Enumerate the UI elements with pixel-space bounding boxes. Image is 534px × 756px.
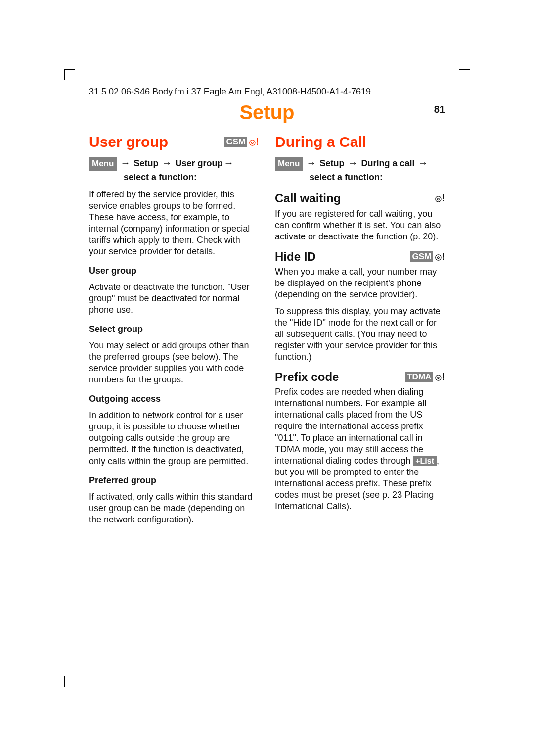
arrow-icon: → <box>306 157 316 168</box>
tdma-badge-text: TDMA <box>405 372 433 382</box>
arrow-icon: → <box>162 157 172 168</box>
page-title: Setup <box>89 101 445 124</box>
antenna-icon <box>435 372 441 382</box>
p-prefix-a: Prefix codes are needed when dialing int… <box>275 387 426 465</box>
p-prefix-code: Prefix codes are needed when dialing int… <box>275 386 445 512</box>
section-during-call: During a Call <box>275 133 445 151</box>
plus-list-button[interactable]: +List <box>413 456 437 466</box>
h-select-group: Select group <box>89 324 259 335</box>
arrow-icon: → <box>120 157 130 168</box>
p-preferred: If activated, only calls within this sta… <box>89 491 259 525</box>
antenna-icon <box>435 193 441 203</box>
gsm-badge: GSM ! <box>224 136 259 148</box>
right-column: During a Call Menu → Setup → During a ca… <box>275 133 445 525</box>
gsm-badge-text: GSM <box>224 137 248 147</box>
section-during-call-title: During a Call <box>275 133 366 151</box>
nav-select: select a function: <box>310 171 445 184</box>
nav-setup: Setup <box>319 158 344 168</box>
nav-path-user-group: Menu → Setup → User group→ select a func… <box>89 155 259 184</box>
left-column: User group GSM ! Menu → Setup → User gro… <box>89 133 259 525</box>
page-content: Setup User group GSM ! Menu → Setup → Us… <box>89 101 445 525</box>
menu-button[interactable]: Menu <box>89 157 117 171</box>
h-preferred: Preferred group <box>89 475 259 486</box>
nav-select: select a function: <box>124 171 259 184</box>
p-intro: If offered by the service provider, this… <box>89 189 259 257</box>
p-outgoing: In addition to network control for a use… <box>89 410 259 467</box>
h-call-waiting: Call waiting ! <box>275 191 445 206</box>
p-hide-id-1: When you make a call, your number may be… <box>275 266 445 300</box>
h-hide-id-text: Hide ID <box>275 249 316 265</box>
exclaim-icon: ! <box>442 192 445 205</box>
nav-user-group: User group <box>175 158 222 168</box>
page-number: 81 <box>434 104 445 115</box>
crop-corner-br <box>459 676 470 687</box>
exclaim-icon: ! <box>442 371 445 383</box>
arrow-icon: → <box>418 157 428 168</box>
antenna-icon <box>249 137 255 147</box>
crop-corner-bl <box>64 676 75 687</box>
antenna-icon <box>435 252 441 262</box>
h-call-waiting-text: Call waiting <box>275 191 341 206</box>
tdma-badge: TDMA ! <box>405 371 445 383</box>
nav-path-during-call: Menu → Setup → During a call → select a … <box>275 155 445 184</box>
crop-corner-tr <box>459 69 470 80</box>
arrow-icon: → <box>223 157 233 168</box>
exclaim-icon: ! <box>442 250 445 263</box>
nav-setup: Setup <box>134 158 158 168</box>
h-user-group: User group <box>89 265 259 277</box>
p-select-group: You may select or add groups other than … <box>89 340 259 385</box>
section-user-group-title: User group <box>89 133 168 151</box>
h-outgoing: Outgoing access <box>89 393 259 405</box>
gsm-badge-text: GSM <box>410 251 434 262</box>
gsm-badge: GSM ! <box>410 250 445 263</box>
nav-during: During a call <box>361 158 414 168</box>
h-hide-id: Hide ID GSM ! <box>275 249 445 265</box>
exclaim-icon: ! <box>256 136 259 148</box>
h-prefix-code-text: Prefix code <box>275 370 339 385</box>
p-user-group: Activate or deactivate the function. "Us… <box>89 282 259 316</box>
print-header: 31.5.02 06-S46 Body.fm i 37 Eagle Am Eng… <box>89 87 445 97</box>
two-columns: User group GSM ! Menu → Setup → User gro… <box>89 133 445 525</box>
section-user-group: User group GSM ! <box>89 133 259 151</box>
crop-corner-tl <box>64 69 75 80</box>
p-hide-id-2: To suppress this display, you may activa… <box>275 306 445 363</box>
h-prefix-code: Prefix code TDMA ! <box>275 370 445 385</box>
p-call-waiting: If you are registered for call waiting, … <box>275 208 445 242</box>
title-row: Setup <box>89 101 445 124</box>
network-badge: ! <box>435 192 445 205</box>
arrow-icon: → <box>348 157 357 168</box>
menu-button[interactable]: Menu <box>275 157 303 171</box>
